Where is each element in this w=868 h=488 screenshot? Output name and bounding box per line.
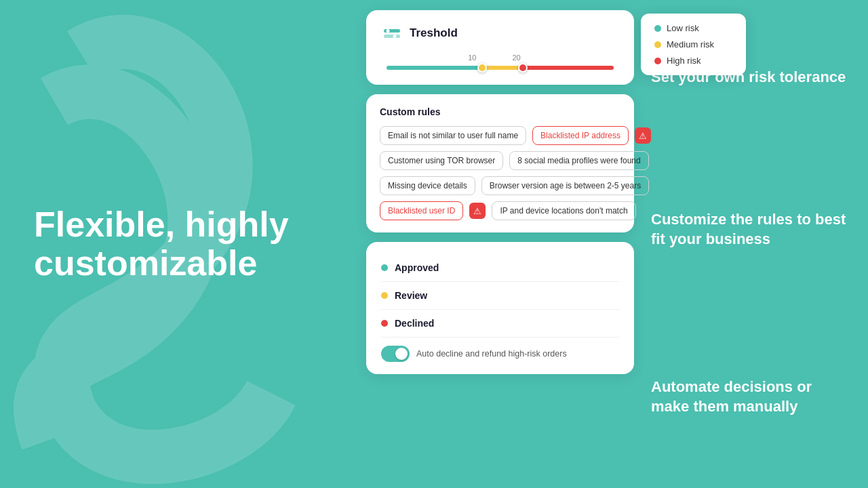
legend-low-risk: Low risk [654,23,732,33]
warn-icon-user: ⚠ [469,203,486,219]
rule-device[interactable]: Missing device details [380,176,475,195]
main-heading: Flexible, highly customizable [34,205,319,283]
auto-decline-toggle[interactable] [381,346,410,362]
slider-track[interactable] [387,66,614,70]
rules-row-2: Customer using TOR browser 8 social medi… [380,151,620,170]
dot-high-risk [654,58,661,64]
rules-row-1: Email is not similar to user full name B… [380,126,620,145]
cards-area: Treshold 10 20 Low risk [366,10,634,374]
slider-container[interactable]: 10 20 [381,54,619,70]
legend-high-risk: High risk [654,56,732,66]
rule-ip-location[interactable]: IP and device locations don't match [492,201,635,220]
threshold-header: Treshold [381,22,619,44]
svg-point-2 [387,29,390,33]
toggle-knob [395,348,408,360]
legend-high-label: High risk [667,56,701,66]
legend-low-label: Low risk [667,23,699,33]
svg-point-3 [393,35,397,38]
rules-grid: Email is not similar to user full name B… [380,126,620,220]
left-content: Flexible, highly customizable [34,205,319,283]
rule-social[interactable]: 8 social media profiles were found [509,151,648,170]
svg-rect-1 [384,35,400,38]
warn-icon-ip: ⚠ [635,127,651,144]
decision-approved: Approved [381,254,619,282]
threshold-card: Treshold 10 20 [366,10,634,85]
slider-numbers: 10 20 [384,54,616,64]
decisions-card: Approved Review Declined Auto decline an… [366,242,634,374]
custom-rules-title: Custom rules [380,106,620,117]
legend-medium-risk: Medium risk [654,39,732,49]
threshold-icon [381,22,403,44]
custom-rules-card: Custom rules Email is not similar to use… [366,94,634,232]
decision-review-label: Review [395,290,427,301]
heading-line2: customizable [34,243,257,283]
right-label-customize: Customize the rules to best fit your bus… [651,210,848,249]
slider-thumb-red[interactable] [518,63,528,73]
rules-row-4: Blacklisted user ID ⚠ IP and device loca… [380,201,620,220]
threshold-card-wrapper: Treshold 10 20 Low risk [366,10,634,85]
rule-tor[interactable]: Customer using TOR browser [380,151,503,170]
slider-value-20: 20 [512,54,520,62]
right-label-automate: Automate decisions or make them manually [651,378,848,416]
rule-browser-age[interactable]: Browser version age is between 2-5 years [481,176,649,195]
threshold-title: Treshold [410,26,458,40]
toggle-row[interactable]: Auto decline and refund high-risk orders [381,338,619,362]
toggle-label: Auto decline and refund high-risk orders [416,349,567,359]
decision-approved-label: Approved [395,262,439,273]
rules-row-3: Missing device details Browser version a… [380,176,620,195]
slider-thumb-yellow[interactable] [477,63,487,73]
dot-declined [381,320,388,327]
decision-review: Review [381,282,619,310]
legend-popup: Low risk Medium risk High risk [641,14,746,75]
legend-medium-label: Medium risk [667,39,714,49]
dot-low-risk [654,25,661,32]
decision-declined: Declined [381,310,619,338]
heading-line1: Flexible, highly [34,205,289,244]
dot-medium-risk [654,41,661,48]
dot-review [381,292,388,299]
rule-blacklisted-ip[interactable]: Blacklisted IP address [532,126,629,145]
rule-email[interactable]: Email is not similar to user full name [380,126,526,145]
decision-declined-label: Declined [395,318,434,329]
dot-approved [381,264,388,271]
rule-blacklisted-user[interactable]: Blacklisted user ID [380,201,463,220]
slider-value-10: 10 [468,54,476,62]
